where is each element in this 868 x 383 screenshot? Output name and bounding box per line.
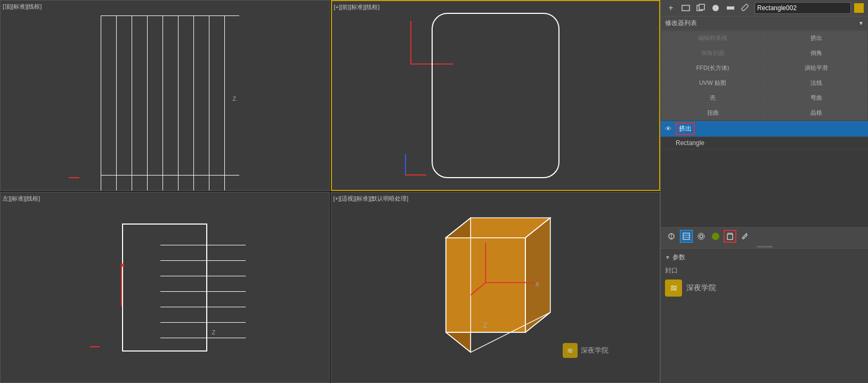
mod-btn-nq[interactable]: 扭曲 [661,106,764,120]
front-bottom-axis-v [405,154,406,175]
modifier-buttons-grid: 编辑样条线 挤出 倒角剖面 倒角 FFD(长方体) 涡轮平滑 UVW 贴图 法线… [661,31,867,120]
mod-btn-wlpg[interactable]: 涡轮平滑 [765,61,867,75]
watermark-panel-text: 深夜学院 [686,283,716,293]
3d-box-svg: Z X [378,213,613,362]
v-line-8 [209,15,209,191]
svg-rect-23 [683,233,689,240]
axis-z-label: Z [233,95,237,102]
svg-point-26 [700,235,703,238]
mod-btn-wq[interactable]: 弯曲 [765,91,867,105]
mod-btn-dj[interactable]: 倒角 [765,46,867,60]
front-bottom-axis-h [405,174,426,175]
left-view-content: Z [85,218,245,357]
red-marker-bottom [90,346,100,347]
top-view-hline-bottom [101,175,239,175]
top-view-vlines [101,15,239,191]
mod-btn-bj[interactable]: 编辑样条线 [661,31,764,45]
v-line-4 [147,15,148,191]
name-field[interactable] [755,2,851,14]
v-line-5 [163,15,163,191]
viewport-bottom-left-label: 左][标准][线框] [3,195,40,203]
plus-icon[interactable]: + [665,2,677,14]
viewport-top-left-label: [顶][标准][线框] [3,3,42,11]
mod-btn-fx[interactable]: 法线 [765,76,867,90]
perspective-view-content: Z X ≋ 深夜学院 [378,213,613,362]
right-panel: + 修改器列表 ▼ 编辑样条线 挤出 倒角剖面 倒角 FFD(长方体) 涡轮平滑… [660,0,868,383]
viewport-area: [顶][标准][线框] Z [+][前][标准][线框] [0,0,660,383]
stack-rectangle-label: Rectangle [676,139,865,147]
h-line-side-5 [160,307,246,307]
top-view-content: Z [69,10,261,181]
viewport-top-left[interactable]: [顶][标准][线框] Z [0,0,330,191]
viewport-top-right-label: [+][前][标准][线框] [334,3,380,11]
v-line-3 [132,15,132,191]
svg-text:Z: Z [483,322,487,329]
svg-point-19 [712,5,719,11]
stack-item-rectangle[interactable]: Rectangle [661,137,868,149]
params-arrow-icon: ▼ [665,254,670,260]
v-line-1 [101,15,101,191]
stack-toolbar [661,227,868,245]
mod-btn-djpm[interactable]: 倒角剖面 [661,46,764,60]
copy-icon[interactable] [695,2,707,14]
panel-toolbar: + [661,0,868,17]
stack-item-extrude[interactable]: 👁 挤出 [661,121,868,137]
watermark-text: 深夜学院 [581,346,609,355]
svg-rect-20 [727,6,734,10]
wrench-icon[interactable] [740,2,751,14]
rect-icon[interactable] [680,2,692,14]
h-line-side-7 [160,338,246,338]
red-vline-left [121,264,122,306]
viewport-bottom-right-label: [+][适视][标准][默认明暗处理] [334,195,409,203]
stack-eye-extrude[interactable]: 👁 [664,125,672,133]
v-line-2 [116,15,117,191]
st-edit-icon[interactable] [739,230,751,243]
viewport-bottom-right[interactable]: [+][适视][标准][默认明暗处理] [331,192,661,383]
mod-btn-jg[interactable]: 晶格 [765,106,867,120]
side-h-lines [160,230,246,358]
mod-btn-ke[interactable]: 壳 [661,91,764,105]
st-delete-icon[interactable] [724,230,736,243]
watermark: ≋ 深夜学院 [563,343,609,358]
st-pin-icon[interactable] [665,230,678,243]
mod-btn-jc[interactable]: 挤出 [765,31,867,45]
seal-label: 封口 [665,266,678,275]
v-line-7 [193,15,194,191]
viewport-top-right[interactable]: [+][前][标准][线框] [331,0,661,191]
watermark-panel-icon: ≋ [665,280,682,297]
svg-rect-18 [699,4,704,10]
v-line-9 [224,15,225,191]
side-rect-outline [122,224,207,352]
svg-rect-16 [682,5,689,11]
st-config-icon[interactable] [695,230,708,243]
h-line-side-1 [160,245,246,245]
stack-eye-rectangle [664,139,672,147]
separator-handle[interactable] [757,246,773,248]
st-modifier-icon[interactable] [680,230,693,243]
mod-btn-uvw[interactable]: UVW 贴图 [661,76,764,90]
front-axis-vertical [410,21,411,63]
modifier-list-arrow: ▼ [858,20,864,26]
svg-rect-28 [727,234,733,240]
params-row: 封口 [665,266,864,275]
modifier-stack: 👁 挤出 Rectangle [661,121,868,227]
svg-line-32 [746,233,747,234]
green-cursor-dot [712,233,719,240]
gradient-icon[interactable] [725,2,736,14]
circle-icon[interactable] [710,2,721,14]
params-header: ▼ 参数 [661,251,868,264]
svg-point-27 [698,233,704,240]
params-label-text: 参数 [672,253,685,262]
viewport-bottom-left[interactable]: 左][标准][线框] Z [0,192,330,383]
red-tick-left [69,177,79,178]
h-line-side-4 [160,291,246,292]
name-color-swatch[interactable] [854,3,864,13]
params-content: 封口 ≋ 深夜学院 [661,264,868,299]
axis-z-bottom-left: Z [212,329,216,336]
mod-btn-ffd[interactable]: FFD(长方体) [661,61,764,75]
stack-extrude-label: 挤出 [676,123,695,135]
svg-text:X: X [535,282,539,288]
modifier-list-text: 修改器列表 [665,19,697,28]
params-section: ▼ 参数 封口 ≋ 深夜学院 [661,248,868,301]
h-line-side-6 [160,322,246,323]
